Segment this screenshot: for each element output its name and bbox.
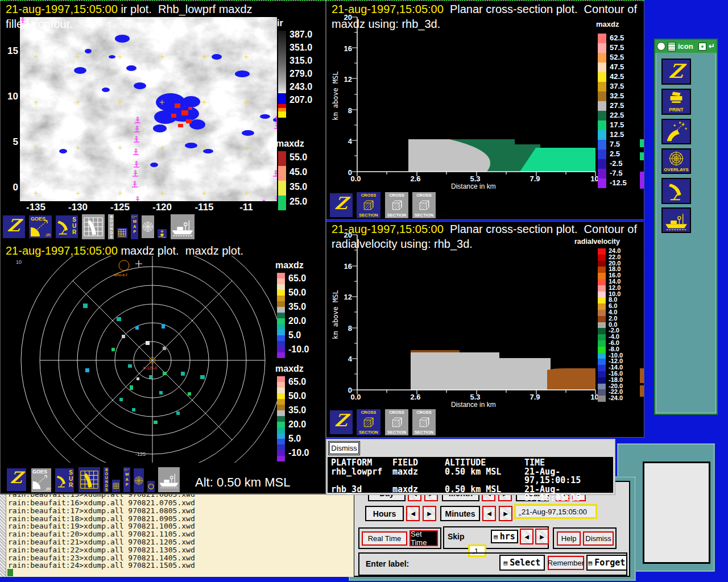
skip-units-menu-button[interactable]: ▤hrs (491, 530, 518, 543)
clipped-colorbar-fragment (640, 152, 644, 160)
ir-y-axis-ticks: 151050 (3, 45, 18, 227)
minutes-label: Minutes (445, 509, 475, 518)
zebra-main-button[interactable]: Z (661, 59, 691, 85)
left-arrow-icon: ◀ (487, 510, 491, 517)
remember-button[interactable]: Remember (548, 556, 584, 570)
tick-label: -12.5 (610, 178, 627, 188)
popup-dismiss-button[interactable]: Dismiss (328, 441, 360, 455)
tick-label: 5.3 (445, 174, 505, 183)
skip-back-button[interactable]: ◀ (520, 529, 533, 544)
overlays-button[interactable]: OVERLAYS (661, 148, 691, 174)
minutes-increment-button[interactable]: ▶ (499, 506, 512, 521)
goes-ir-button[interactable]: GOES .IR (28, 214, 53, 239)
satellite-button[interactable] (661, 119, 691, 144)
section-label: SECTION (387, 213, 406, 218)
map-button[interactable]: MAP (130, 213, 139, 240)
satellite-ir-image[interactable] (20, 17, 277, 201)
window-menu-button[interactable] (657, 42, 665, 51)
terminal-scrollback: rain:beaufait:16>xdump.all 970821.0705.x… (8, 499, 195, 569)
forget-menu-button[interactable]: ▤Forget (586, 555, 627, 571)
goes-ir-label: .IR (45, 487, 51, 492)
sur-radar-button[interactable]: SUR (54, 467, 75, 493)
zebra-menu-button[interactable]: Z (6, 467, 27, 492)
skip-forward-button[interactable]: ▶ (535, 529, 549, 544)
terminal-line: rain:beaufait:18>xdump.all 970821.0905.x… (8, 515, 195, 523)
hours-label: Hours (373, 509, 396, 518)
tick-label: 20.0 (288, 316, 309, 330)
cross-section-button[interactable]: CROSS SECTION (384, 408, 410, 436)
cross-section-button-active[interactable]: CROSS SECTION (355, 191, 382, 219)
restore-icon[interactable]: ↵ (709, 42, 715, 51)
overlay-rings-button[interactable] (140, 214, 155, 239)
cross-section-button[interactable]: CROSS SECTION (411, 191, 437, 219)
tick-label: -24.0 (609, 395, 623, 401)
cross-label: CROSS (416, 410, 432, 415)
zebra-menu-button[interactable]: Z (329, 192, 354, 218)
help-button[interactable]: Help (557, 531, 581, 546)
tick-label: 0.0 (326, 174, 386, 183)
terminal-scrollbar[interactable] (0, 494, 6, 577)
icon-window-titlebar[interactable]: icon ↵ (655, 40, 717, 53)
ship-icon (158, 470, 180, 489)
cross-section-button[interactable]: CROSS SECTION (411, 408, 437, 436)
ship-platform-button[interactable] (661, 207, 691, 233)
grid-icon (112, 480, 120, 492)
tick-label: 27.5 (610, 101, 627, 111)
dismiss-button[interactable]: Dismiss (583, 531, 614, 546)
radar-button[interactable] (661, 178, 691, 204)
buoy-icon (158, 229, 167, 238)
grid-radar-button[interactable] (81, 213, 106, 240)
sur-label: SUR (68, 469, 73, 488)
title-text: ir plot. Rhb_lowprf maxdz (118, 3, 253, 15)
terminal-cursor (7, 569, 13, 576)
terminal-window[interactable]: rain:beaufait:15>xdump.all 970821.0605.x… (0, 494, 354, 577)
hours-button[interactable]: Hours (365, 506, 404, 521)
icon-toolbar-window: icon ↵ Z PRINT OVERLAYS (654, 39, 718, 415)
iconify-button[interactable] (698, 43, 706, 51)
forget-label: Forget (594, 558, 625, 568)
bounds-button[interactable]: BOUNDS (107, 213, 115, 240)
circle-button[interactable] (146, 480, 156, 493)
select-menu-button[interactable]: ▤Select (499, 555, 545, 571)
cross-section-button-active[interactable]: CROSS SECTION (355, 408, 382, 436)
sur-radar-button[interactable]: SUR (55, 214, 79, 239)
zebra-menu-button[interactable]: Z (329, 409, 354, 435)
ship-button[interactable] (169, 213, 196, 240)
table-cell: 0.50 km MSL (445, 485, 524, 503)
small-grid-button[interactable] (111, 479, 121, 493)
cube-icon (361, 415, 376, 430)
print-button[interactable]: PRINT (661, 89, 691, 115)
map-button[interactable]: MAP (122, 466, 131, 493)
x-axis-label: Distance in km (451, 182, 496, 190)
bounds-button[interactable]: BOUNDS (102, 466, 110, 493)
tick-label: 52.5 (610, 53, 627, 63)
goes-label: GOES (32, 469, 47, 475)
cross-label: CROSS (416, 193, 432, 198)
radar-ppi-display[interactable]: who-e-f b-125-0 10 -125 (0, 256, 277, 463)
x-axis-label: Distance in km (451, 401, 496, 409)
clipped-colorbar-fragment (640, 368, 644, 383)
xsec-colorbar-title: maxdz (596, 20, 619, 28)
document-icon[interactable] (668, 42, 676, 51)
tick-label: -120 (141, 202, 183, 213)
ship-button[interactable] (157, 466, 181, 493)
hours-increment-button[interactable]: ▶ (423, 506, 436, 521)
set-time-button[interactable]: Set Time (410, 530, 438, 546)
grid-radar-button[interactable] (77, 466, 101, 493)
real-time-button[interactable]: Real Time (362, 531, 407, 546)
hours-decrement-button[interactable]: ◀ (406, 506, 420, 521)
tick-label: 12.5 (610, 130, 627, 140)
time-input[interactable]: 21-Aug-97,15:05:00 ^ (514, 504, 597, 519)
minutes-button[interactable]: Minutes (440, 506, 480, 521)
minutes-decrement-button[interactable]: ◀ (482, 506, 496, 521)
zebra-icon: Z (661, 60, 691, 82)
cross-section-button[interactable]: CROSS SECTION (384, 191, 410, 219)
terminal-line: rain:beaufait:16>xdump.all 970821.0705.x… (8, 499, 195, 507)
tick-label: 17.5 (610, 120, 627, 130)
tick-label: 65.0 (288, 273, 309, 288)
goes-ir-button[interactable]: GOES .IR (30, 467, 52, 493)
small-grid-button[interactable] (116, 227, 129, 239)
zebra-graphics-window: 21-aug-1997,15:05:00 ir plot. Rhb_lowprf… (0, 0, 326, 494)
overlay-rings-button[interactable] (133, 467, 145, 493)
buoy-button[interactable] (156, 228, 168, 239)
